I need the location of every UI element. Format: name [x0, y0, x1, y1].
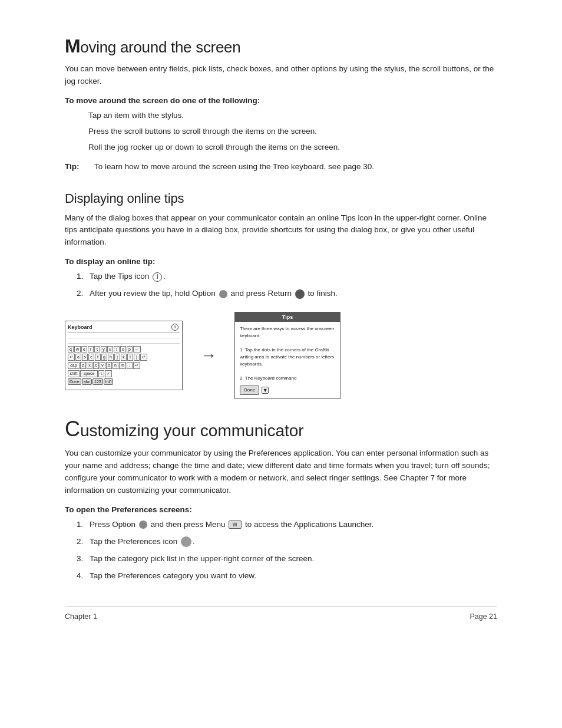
tip-text: To learn how to move around the screen u… — [94, 161, 497, 173]
moving-step-1: Tap an item with the stylus. — [65, 110, 497, 122]
cust-step1-text: Press Option and then press Menu ▤ to ac… — [90, 519, 373, 531]
tip-label: Tip: — [65, 161, 94, 173]
key-h: h — [108, 354, 114, 361]
key-intl: Int'l — [104, 378, 114, 385]
arrow-symbol: → — [200, 346, 217, 365]
cust-step3-text: Tap the category pick list in the upper-… — [90, 553, 314, 565]
key-abc: abc — [82, 378, 92, 385]
displaying-subheading: To display an online tip: — [65, 257, 497, 266]
cust-step3-num: 3. — [77, 553, 90, 565]
displaying-step-1: 1. Tap the Tips icon i. — [65, 271, 497, 283]
tips-text: There are three ways to access the onscr… — [240, 326, 334, 381]
key-r: r — [88, 346, 94, 353]
step1-num: 1. — [77, 271, 90, 283]
key-shift: shift — [68, 370, 80, 377]
key-del: ← — [133, 346, 141, 353]
cust-step1-num: 1. — [77, 519, 90, 531]
diagram-area: Keyboard i q w e r t y u i o p ← — [65, 312, 497, 399]
key-t: t — [94, 346, 100, 353]
key-q: q — [68, 346, 74, 353]
tips-box-content: There are three ways to access the onscr… — [235, 322, 340, 398]
key-enter2: ↵ — [133, 362, 140, 369]
cust-step2-num: 2. — [77, 536, 90, 548]
kb-line-2 — [68, 340, 180, 344]
key-f: f — [95, 354, 101, 361]
keyboard-title: Keyboard — [68, 324, 92, 330]
cust-step2-text: Tap the Preferences icon . — [90, 536, 195, 548]
option-icon-2 — [139, 521, 147, 529]
key-e: e — [81, 346, 87, 353]
tips-icon: i — [153, 272, 162, 282]
kb-row-4: shift space \ ✓ — [68, 370, 180, 377]
customizing-subheading: To open the Preferences screens: — [65, 505, 497, 514]
key-a: a — [75, 354, 81, 361]
moving-heading: Moving around the screen — [65, 35, 497, 57]
key-u: u — [107, 346, 113, 353]
key-slash: \ — [98, 370, 104, 377]
cust-step4-num: 4. — [77, 570, 90, 582]
key-period: . — [127, 362, 133, 369]
step1-text: Tap the Tips icon i. — [90, 271, 166, 283]
key-c2: c — [93, 362, 99, 369]
key-space: space — [80, 370, 98, 377]
displaying-section: Displaying online tips Many of the dialo… — [65, 191, 497, 400]
customizing-heading: Customizing your communicator — [65, 417, 497, 442]
key-enter: ↵ — [140, 354, 147, 361]
key-n: n — [113, 362, 118, 369]
kb-row-3: cap z x c v b n m . ↵ — [68, 362, 180, 369]
key-o: o — [120, 346, 126, 353]
key-enter-left: ↵ — [68, 354, 75, 361]
return-icon — [295, 289, 305, 299]
tips-done-row: Done ▼ — [240, 386, 335, 395]
displaying-step-2: 2. After you review the tip, hold Option… — [65, 288, 497, 300]
key-s: s — [82, 354, 88, 361]
kb-row-2: ↵ a s c f g h j k l | ↵ — [68, 354, 180, 361]
footer-right: Page 21 — [470, 612, 497, 621]
key-p: p — [127, 346, 133, 353]
key-k: k — [121, 354, 127, 361]
key-v: v — [100, 362, 105, 369]
displaying-heading: Displaying online tips — [65, 191, 497, 206]
moving-heading-cap: M — [65, 35, 80, 57]
customizing-heading-rest: ustomizing your communicator — [80, 421, 304, 440]
tips-box-title: Tips — [235, 312, 340, 322]
key-x2: x — [87, 362, 92, 369]
customizing-section: Customizing your communicator You can cu… — [65, 417, 497, 582]
customizing-step-3: 3. Tap the category pick list in the upp… — [65, 553, 497, 565]
customizing-intro: You can customize your communicator by u… — [65, 447, 497, 497]
key-l: l — [127, 354, 133, 361]
key-done: Done — [68, 378, 81, 385]
key-y: y — [101, 346, 107, 353]
key-b: b — [106, 362, 112, 369]
key-w: w — [74, 346, 81, 353]
cust-step4-text: Tap the Preferences category you want to… — [90, 570, 256, 582]
moving-subheading: To move around the screen do one of the … — [65, 96, 497, 105]
keyboard-diagram: Keyboard i q w e r t y u i o p ← — [65, 321, 183, 390]
key-123: 123 — [92, 378, 103, 385]
key-g: g — [101, 354, 107, 361]
keyboard-title-row: Keyboard i — [68, 324, 180, 332]
moving-step-2: Press the scroll buttons to scroll throu… — [65, 126, 497, 138]
displaying-intro: Many of the dialog boxes that appear on … — [65, 212, 497, 249]
moving-section: Moving around the screen You can move be… — [65, 35, 497, 173]
tips-diagram: Tips There are three ways to access the … — [234, 312, 340, 399]
key-m: m — [119, 362, 126, 369]
moving-heading-rest: oving around the screen — [80, 38, 240, 56]
page-footer: Chapter 1 Page 21 — [65, 606, 497, 621]
key-z: z — [80, 362, 86, 369]
kb-line-1 — [68, 334, 180, 338]
kb-row-5: Done abc 123 Int'l — [68, 378, 180, 385]
moving-step-3: Roll the jog rocker up or down to scroll… — [65, 141, 497, 154]
customizing-step-4: 4. Tap the Preferences category you want… — [65, 570, 497, 582]
keyboard-lines — [68, 334, 180, 344]
step2-num: 2. — [77, 288, 90, 300]
step2-text: After you review the tip, hold Option an… — [90, 288, 338, 300]
moving-tip: Tip: To learn how to move around the scr… — [65, 161, 497, 173]
key-cap: cap — [68, 362, 80, 369]
key-pipe: | — [134, 354, 140, 361]
menu-icon: ▤ — [229, 521, 242, 529]
key-checkmark: ✓ — [105, 370, 112, 377]
prefs-icon — [181, 536, 191, 547]
key-c: c — [88, 354, 94, 361]
tips-scroll-icon: ▼ — [262, 387, 269, 394]
